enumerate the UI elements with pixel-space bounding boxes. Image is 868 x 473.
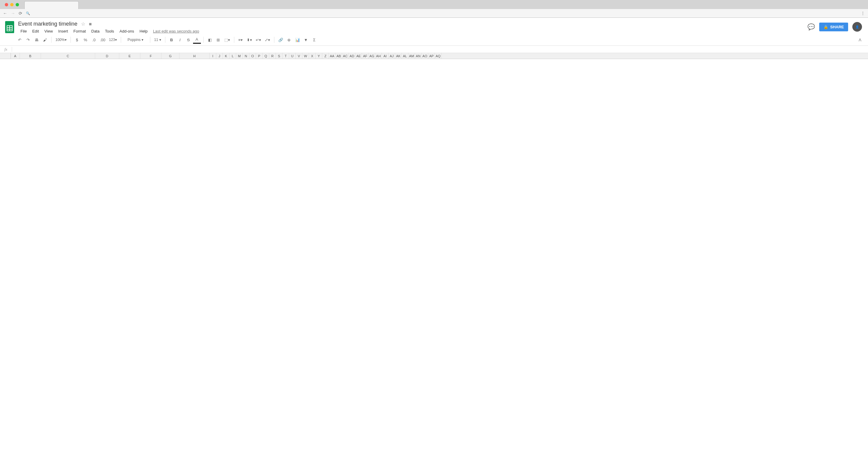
column-header[interactable]: Q <box>262 53 269 59</box>
column-header[interactable]: S <box>276 53 282 59</box>
redo-icon[interactable]: ↷ <box>24 36 32 44</box>
column-header[interactable]: C <box>41 53 95 59</box>
browser-tab[interactable] <box>24 1 79 9</box>
menu-addons[interactable]: Add-ons <box>117 28 136 35</box>
sheets-logo-icon[interactable] <box>4 20 15 34</box>
star-icon[interactable]: ☆ <box>81 21 85 27</box>
column-header[interactable]: V <box>296 53 302 59</box>
filter-icon[interactable]: ▼ <box>302 36 310 44</box>
column-header[interactable]: E <box>119 53 141 59</box>
column-header[interactable]: AE <box>355 53 362 59</box>
column-header[interactable]: A <box>11 53 20 59</box>
window-close-icon[interactable] <box>5 3 8 6</box>
comments-icon[interactable]: 💬 <box>807 23 815 30</box>
column-header[interactable]: U <box>289 53 296 59</box>
column-header[interactable]: AQ <box>435 53 441 59</box>
strikethrough-icon[interactable]: S <box>185 36 192 44</box>
menu-view[interactable]: View <box>42 28 55 35</box>
menu-file[interactable]: File <box>18 28 29 35</box>
italic-icon[interactable]: I <box>176 36 184 44</box>
column-header[interactable]: AH <box>375 53 382 59</box>
document-title[interactable]: Event marketing timeline <box>18 21 78 27</box>
column-header[interactable]: AO <box>422 53 428 59</box>
column-header[interactable]: W <box>302 53 309 59</box>
zoom-dropdown[interactable]: 100% ▾ <box>54 36 68 44</box>
column-header[interactable]: B <box>20 53 41 59</box>
last-edit-link[interactable]: Last edit was seconds ago <box>151 28 202 35</box>
menu-edit[interactable]: Edit <box>30 28 41 35</box>
browser-menu-icon[interactable]: ⋮ <box>861 11 865 16</box>
print-icon[interactable]: 🖶 <box>33 36 40 44</box>
column-header[interactable]: AG <box>369 53 375 59</box>
column-header[interactable]: G <box>161 53 180 59</box>
spreadsheet-grid[interactable]: ABCDEFGHIJKLMNOPQRSTUVWXYZAAABACADAEAFAG… <box>0 53 868 59</box>
window-minimize-icon[interactable] <box>10 3 13 6</box>
number-format-dropdown[interactable]: 123 ▾ <box>107 36 118 44</box>
menu-format[interactable]: Format <box>71 28 88 35</box>
increase-decimal-icon[interactable]: .00 <box>98 36 107 44</box>
column-header[interactable]: AP <box>428 53 435 59</box>
vertical-align-icon[interactable]: ⬍▾ <box>245 36 254 44</box>
menu-tools[interactable]: Tools <box>102 28 116 35</box>
window-maximize-icon[interactable] <box>16 3 19 6</box>
avatar[interactable]: 👤 <box>852 22 862 32</box>
column-header[interactable]: L <box>229 53 236 59</box>
column-header[interactable]: AN <box>415 53 422 59</box>
insert-link-icon[interactable]: 🔗 <box>277 36 285 44</box>
column-header[interactable]: AL <box>402 53 408 59</box>
menu-help[interactable]: Help <box>137 28 150 35</box>
borders-icon[interactable]: ⊞ <box>214 36 222 44</box>
decrease-decimal-icon[interactable]: .0 <box>90 36 98 44</box>
undo-icon[interactable]: ↶ <box>16 36 24 44</box>
column-header[interactable]: O <box>249 53 256 59</box>
insert-comment-icon[interactable]: ⊕ <box>285 36 293 44</box>
percent-icon[interactable]: % <box>82 36 89 44</box>
select-all-corner[interactable] <box>0 53 11 59</box>
column-header[interactable]: AD <box>349 53 355 59</box>
column-header[interactable]: AC <box>342 53 349 59</box>
reload-icon[interactable]: ⟳ <box>19 11 22 16</box>
share-button[interactable]: 🔒 SHARE <box>819 23 848 31</box>
column-header[interactable]: J <box>216 53 223 59</box>
horizontal-align-icon[interactable]: ≡▾ <box>237 36 245 44</box>
merge-cells-icon[interactable]: ⬚▾ <box>223 36 231 44</box>
paint-format-icon[interactable]: 🖌 <box>41 36 49 44</box>
menu-data[interactable]: Data <box>89 28 102 35</box>
column-header[interactable]: K <box>223 53 229 59</box>
column-header[interactable]: T <box>282 53 289 59</box>
column-header[interactable]: AK <box>395 53 402 59</box>
column-header[interactable]: X <box>309 53 316 59</box>
column-header[interactable]: Z <box>322 53 329 59</box>
folder-icon[interactable]: ■ <box>89 21 92 27</box>
font-dropdown[interactable]: Poppins ▾ <box>123 36 148 44</box>
forward-icon[interactable]: → <box>11 11 15 16</box>
column-header[interactable]: H <box>180 53 210 59</box>
column-header[interactable]: AM <box>408 53 415 59</box>
fill-color-icon[interactable]: ◧ <box>206 36 214 44</box>
insert-chart-icon[interactable]: 📊 <box>293 36 302 44</box>
column-header[interactable]: N <box>243 53 249 59</box>
column-header[interactable]: R <box>269 53 276 59</box>
column-header[interactable]: AJ <box>389 53 395 59</box>
menu-insert[interactable]: Insert <box>56 28 70 35</box>
column-header[interactable]: Y <box>316 53 322 59</box>
browser-tab-bar <box>0 0 868 9</box>
column-header[interactable]: AF <box>362 53 369 59</box>
collapse-toolbar-icon[interactable]: ᐱ <box>856 36 864 44</box>
currency-icon[interactable]: $ <box>73 36 81 44</box>
bold-icon[interactable]: B <box>168 36 176 44</box>
column-header[interactable]: M <box>236 53 243 59</box>
column-header[interactable]: D <box>95 53 119 59</box>
text-wrap-icon[interactable]: ↵▾ <box>254 36 262 44</box>
text-rotation-icon[interactable]: ⤢▾ <box>263 36 272 44</box>
back-icon[interactable]: ← <box>3 11 7 16</box>
column-header[interactable]: AI <box>382 53 389 59</box>
column-header[interactable]: F <box>141 53 161 59</box>
column-header[interactable]: P <box>256 53 262 59</box>
font-size-dropdown[interactable]: 11 ▾ <box>153 36 163 44</box>
text-color-icon[interactable]: A <box>193 36 201 44</box>
column-header[interactable]: AB <box>336 53 342 59</box>
column-header[interactable]: AA <box>329 53 336 59</box>
column-header[interactable]: I <box>210 53 216 59</box>
functions-icon[interactable]: Σ <box>311 36 318 44</box>
